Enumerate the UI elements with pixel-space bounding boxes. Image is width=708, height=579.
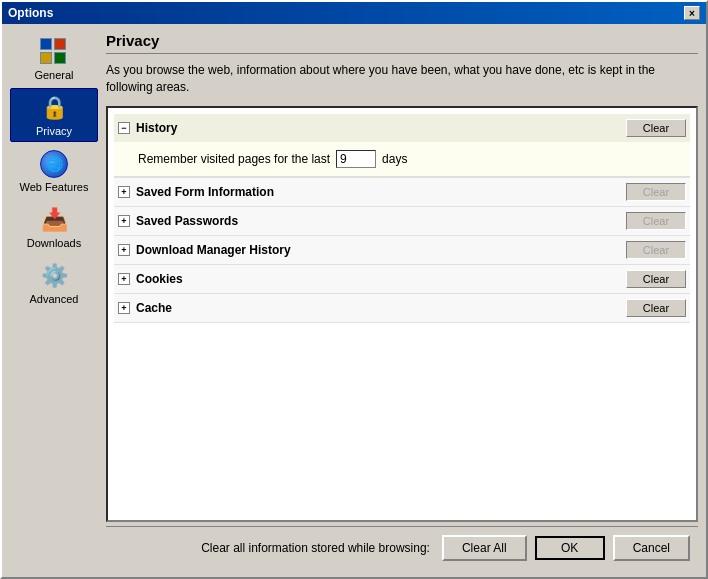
cancel-button[interactable]: Cancel (613, 535, 690, 561)
saved-form-expand-icon[interactable]: + (118, 186, 130, 198)
history-header: − History Clear (114, 114, 690, 142)
saved-passwords-label: Saved Passwords (136, 214, 626, 228)
cookies-expand-icon[interactable]: + (118, 273, 130, 285)
download-manager-label: Download Manager History (136, 243, 626, 257)
cookies-label: Cookies (136, 272, 626, 286)
history-prefix: Remember visited pages for the last (138, 152, 330, 166)
cookies-clear-button[interactable]: Clear (626, 270, 686, 288)
ok-button[interactable]: OK (535, 536, 605, 560)
cache-label: Cache (136, 301, 626, 315)
webfeatures-icon: 🌐 (39, 149, 69, 179)
saved-form-label: Saved Form Information (136, 185, 626, 199)
sidebar-label-downloads: Downloads (27, 237, 81, 249)
sidebar-label-webfeatures: Web Features (20, 181, 89, 193)
history-label: History (136, 121, 626, 135)
downloads-icon: 📥 (39, 205, 69, 235)
titlebar: Options × (2, 2, 706, 24)
saved-passwords-header: + Saved Passwords Clear (114, 207, 690, 235)
cookies-header: + Cookies Clear (114, 265, 690, 293)
sidebar-item-privacy[interactable]: 🔒 Privacy (10, 88, 98, 142)
saved-form-clear-button[interactable]: Clear (626, 183, 686, 201)
cache-expand-icon[interactable]: + (118, 302, 130, 314)
cache-clear-button[interactable]: Clear (626, 299, 686, 317)
bottom-bar: Clear all information stored while brows… (106, 526, 698, 569)
window-title: Options (8, 6, 53, 20)
cache-header: + Cache Clear (114, 294, 690, 322)
saved-passwords-section: + Saved Passwords Clear (114, 207, 690, 236)
download-manager-header: + Download Manager History Clear (114, 236, 690, 264)
advanced-icon: ⚙️ (39, 261, 69, 291)
section-description: As you browse the web, information about… (106, 62, 698, 96)
sidebar: General 🔒 Privacy 🌐 Web Features (10, 32, 98, 569)
history-suffix: days (382, 152, 407, 166)
download-manager-expand-icon[interactable]: + (118, 244, 130, 256)
sidebar-label-general: General (34, 69, 73, 81)
history-expand-icon[interactable]: − (118, 122, 130, 134)
options-window: Options × General � (0, 0, 708, 579)
window-body: General 🔒 Privacy 🌐 Web Features (2, 24, 706, 577)
clear-all-description: Clear all information stored while brows… (201, 541, 430, 555)
sidebar-item-advanced[interactable]: ⚙️ Advanced (10, 256, 98, 310)
sidebar-label-advanced: Advanced (30, 293, 79, 305)
cache-section: + Cache Clear (114, 294, 690, 323)
saved-form-section: + Saved Form Information Clear (114, 178, 690, 207)
sidebar-label-privacy: Privacy (36, 125, 72, 137)
page-title: Privacy (106, 32, 698, 54)
history-section: − History Clear Remember visited pages f… (114, 114, 690, 178)
clear-all-button[interactable]: Clear All (442, 535, 527, 561)
sidebar-item-general[interactable]: General (10, 32, 98, 86)
privacy-panel: − History Clear Remember visited pages f… (106, 106, 698, 522)
saved-form-header: + Saved Form Information Clear (114, 178, 690, 206)
general-icon (39, 37, 69, 67)
saved-passwords-clear-button[interactable]: Clear (626, 212, 686, 230)
download-manager-section: + Download Manager History Clear (114, 236, 690, 265)
saved-passwords-expand-icon[interactable]: + (118, 215, 130, 227)
cookies-section: + Cookies Clear (114, 265, 690, 294)
main-content: Privacy As you browse the web, informati… (106, 32, 698, 569)
history-clear-button[interactable]: Clear (626, 119, 686, 137)
history-days-input[interactable] (336, 150, 376, 168)
sidebar-item-webfeatures[interactable]: 🌐 Web Features (10, 144, 98, 198)
close-button[interactable]: × (684, 6, 700, 20)
sidebar-item-downloads[interactable]: 📥 Downloads (10, 200, 98, 254)
download-manager-clear-button[interactable]: Clear (626, 241, 686, 259)
privacy-icon: 🔒 (39, 93, 69, 123)
history-content: Remember visited pages for the last days (114, 142, 690, 177)
